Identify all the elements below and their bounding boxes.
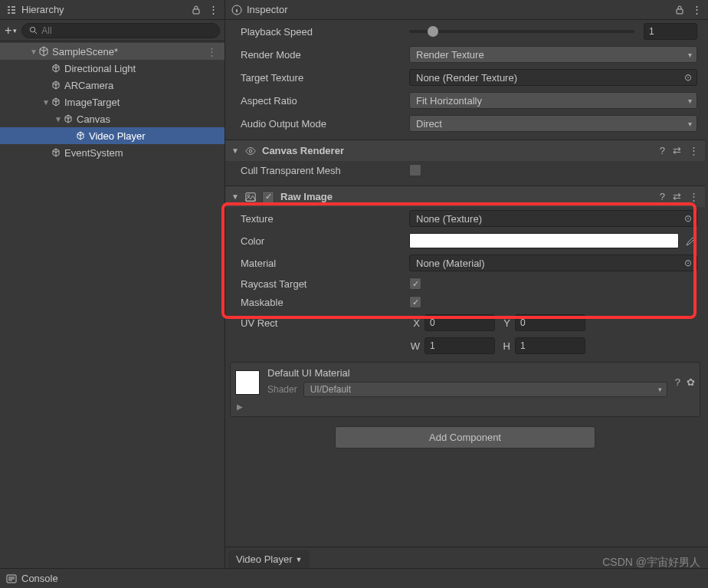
foldout-icon[interactable]: ▼ xyxy=(41,98,51,107)
item-label: ImageTarget xyxy=(64,97,221,108)
watermark: CSDN @宇宙好男人 xyxy=(602,556,700,570)
playback-speed-label: Playback Speed xyxy=(241,26,409,38)
gear-icon[interactable]: ✿ xyxy=(687,376,695,388)
cull-mesh-row: Cull Transparent Mesh xyxy=(225,161,705,179)
menu-dots-icon[interactable]: ⋮ xyxy=(208,5,218,15)
raycast-checkbox[interactable] xyxy=(409,278,421,290)
video-player-tab[interactable]: Video Player ▼ xyxy=(228,550,310,568)
gameobject-icon xyxy=(63,113,74,124)
target-texture-field[interactable]: None (Render Texture) xyxy=(409,69,697,86)
eye-icon xyxy=(245,146,256,156)
tree-item[interactable]: ▼ ImageTarget xyxy=(0,94,225,110)
render-mode-dropdown[interactable]: Render Texture xyxy=(409,46,697,63)
menu-dots-icon[interactable]: ⋮ xyxy=(691,5,702,15)
lock-icon[interactable] xyxy=(674,5,685,15)
add-component-button[interactable]: Add Component xyxy=(335,426,595,448)
svg-point-6 xyxy=(247,194,250,196)
hierarchy-title: Hierarchy xyxy=(21,4,64,15)
search-input[interactable] xyxy=(41,25,213,36)
target-texture-row: Target Texture None (Render Texture) xyxy=(225,66,705,89)
console-icon xyxy=(6,573,17,584)
material-label: Material xyxy=(241,258,409,269)
audio-output-label: Audio Output Mode xyxy=(241,118,409,130)
chevron-down-icon: ▼ xyxy=(295,556,302,563)
material-field[interactable]: None (Material) xyxy=(409,255,697,271)
help-icon[interactable]: ? xyxy=(675,376,680,388)
preset-icon[interactable]: ⇄ xyxy=(673,191,681,202)
raw-image-enabled-checkbox[interactable] xyxy=(262,191,274,203)
foldout-icon[interactable]: ▼ xyxy=(231,146,239,155)
audio-output-dropdown[interactable]: Direct xyxy=(409,115,697,132)
svg-point-4 xyxy=(249,149,252,153)
uv-x-label: X xyxy=(409,317,420,329)
canvas-renderer-header[interactable]: ▼ Canvas Renderer ? ⇄ ⋮ xyxy=(225,140,705,161)
uv-h-label: H xyxy=(500,340,510,352)
color-row: Color xyxy=(225,230,705,251)
texture-row: Texture None (Texture) xyxy=(225,207,705,230)
search-box[interactable] xyxy=(21,23,220,38)
hierarchy-header: Hierarchy ⋮ xyxy=(0,0,225,20)
eyedropper-icon[interactable] xyxy=(682,233,697,248)
hierarchy-panel: Hierarchy ⋮ +▾ ▼ xyxy=(0,0,225,568)
gameobject-icon xyxy=(51,80,61,90)
uv-rect-row: UV Rect X Y xyxy=(225,311,705,334)
uv-rect-row2: W H xyxy=(225,334,705,357)
aspect-ratio-label: Aspect Ratio xyxy=(241,95,409,107)
help-icon[interactable]: ? xyxy=(660,191,665,202)
cull-mesh-checkbox[interactable] xyxy=(409,164,421,176)
scene-menu-icon[interactable]: ⋮ xyxy=(202,46,221,57)
tree-item[interactable]: ARCamera xyxy=(0,77,225,94)
item-label: Directional Light xyxy=(64,63,221,74)
gameobject-icon xyxy=(51,147,61,158)
texture-label: Texture xyxy=(241,213,409,225)
material-preview[interactable] xyxy=(235,370,260,395)
scene-row[interactable]: ▼ SampleScene* ⋮ xyxy=(0,43,225,60)
preset-icon[interactable]: ⇄ xyxy=(673,145,681,156)
playback-speed-input[interactable] xyxy=(644,23,697,40)
inspector-title: Inspector xyxy=(247,4,287,15)
playback-speed-row: Playback Speed xyxy=(225,20,705,43)
hierarchy-toolbar: +▾ xyxy=(0,20,225,41)
color-swatch[interactable] xyxy=(409,233,679,248)
create-dropdown[interactable]: +▾ xyxy=(5,24,17,38)
help-icon[interactable]: ? xyxy=(660,145,665,156)
item-label: ARCamera xyxy=(64,80,221,91)
default-material-section: Default UI Material Shader UI/Default ? … xyxy=(230,362,700,417)
uv-w-input[interactable] xyxy=(424,337,495,354)
playback-speed-slider[interactable] xyxy=(409,30,634,33)
tree-item[interactable]: EventSystem xyxy=(0,144,225,161)
lock-icon[interactable] xyxy=(191,5,202,15)
item-label: Video Player xyxy=(89,130,221,142)
uv-y-input[interactable] xyxy=(515,314,585,331)
maskable-label: Maskable xyxy=(241,297,409,308)
menu-dots-icon[interactable]: ⋮ xyxy=(689,191,699,202)
shader-dropdown[interactable]: UI/Default xyxy=(303,382,667,397)
item-label: EventSystem xyxy=(64,147,221,159)
tree-item[interactable]: ▼ Canvas xyxy=(0,110,225,127)
svg-rect-3 xyxy=(677,9,683,14)
foldout-icon[interactable]: ▼ xyxy=(54,115,63,123)
uv-y-label: Y xyxy=(500,317,510,329)
tree-item[interactable]: Directional Light xyxy=(0,60,225,77)
menu-dots-icon[interactable]: ⋮ xyxy=(689,145,699,156)
console-bar[interactable]: Console xyxy=(0,568,708,588)
uv-rect-label: UV Rect xyxy=(241,317,409,329)
render-mode-label: Render Mode xyxy=(241,49,409,61)
uv-x-input[interactable] xyxy=(424,314,495,331)
scene-name: SampleScene* xyxy=(52,46,202,57)
material-foldout-icon[interactable]: ▶ xyxy=(237,402,243,411)
render-mode-row: Render Mode Render Texture xyxy=(225,43,705,66)
uv-h-input[interactable] xyxy=(515,337,585,354)
texture-field[interactable]: None (Texture) xyxy=(409,210,697,227)
tree-item-selected[interactable]: Video Player xyxy=(0,127,225,144)
raw-image-header[interactable]: ▼ Raw Image ? ⇄ ⋮ xyxy=(225,186,705,207)
aspect-ratio-dropdown[interactable]: Fit Horizontally xyxy=(409,92,697,109)
image-icon xyxy=(245,192,256,202)
maskable-checkbox[interactable] xyxy=(409,296,421,308)
color-label: Color xyxy=(241,235,409,247)
canvas-renderer-title: Canvas Renderer xyxy=(262,145,654,156)
foldout-icon[interactable]: ▼ xyxy=(29,48,38,56)
aspect-ratio-row: Aspect Ratio Fit Horizontally xyxy=(225,89,705,112)
foldout-icon[interactable]: ▼ xyxy=(231,192,239,201)
gameobject-icon xyxy=(51,63,61,74)
